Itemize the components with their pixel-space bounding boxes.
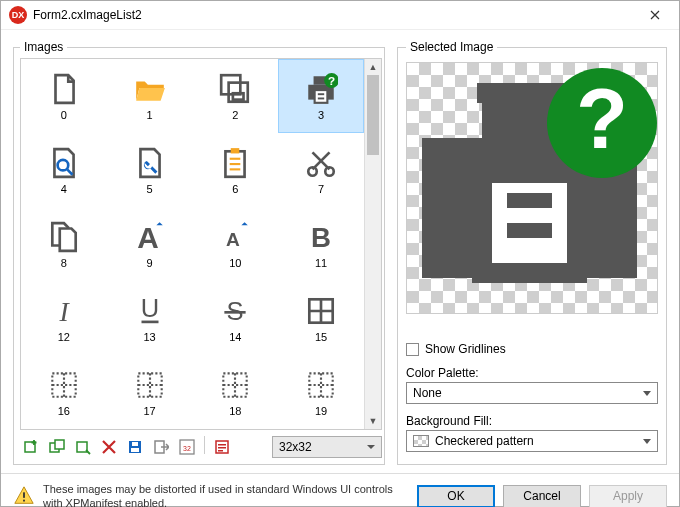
image-index: 15 <box>315 331 327 343</box>
svg-point-16 <box>308 167 317 176</box>
scrollbar-thumb[interactable] <box>367 75 379 155</box>
svg-rect-23 <box>141 321 158 324</box>
svg-rect-55 <box>23 493 25 499</box>
footer: These images may be distorted if used in… <box>1 473 679 507</box>
register-button[interactable] <box>211 436 233 458</box>
show-gridlines-checkbox[interactable] <box>406 343 419 356</box>
svg-text:32: 32 <box>183 445 191 452</box>
images-panel: Images 012?345678A9A10B11I12U13S14151617… <box>13 40 385 465</box>
image-cell[interactable]: B11 <box>278 207 364 281</box>
image-cell[interactable]: A9 <box>107 207 193 281</box>
font-small-icon: A <box>218 219 252 255</box>
toolbar-buttons: 32 <box>20 436 233 458</box>
svg-text:?: ? <box>328 74 335 87</box>
image-cell[interactable]: S14 <box>193 281 279 355</box>
cancel-button[interactable]: Cancel <box>503 485 581 507</box>
bgfill-select[interactable]: Checkered pattern <box>406 430 658 452</box>
svg-rect-43 <box>218 447 226 449</box>
font-big-icon: A <box>133 219 167 255</box>
folder-open-icon <box>133 71 167 107</box>
image-cell[interactable]: 17 <box>107 355 193 429</box>
gridlines-row: Show Gridlines <box>406 342 658 356</box>
scroll-up-arrow-icon[interactable]: ▲ <box>365 59 381 75</box>
selected-panel: Selected Image <box>397 40 667 465</box>
image-cell[interactable]: 8 <box>21 207 107 281</box>
image-cell[interactable]: 18 <box>193 355 279 429</box>
ok-button[interactable]: OK <box>417 485 495 507</box>
image-cell[interactable]: 19 <box>278 355 364 429</box>
images-fieldset: Images 012?345678A9A10B11I12U13S14151617… <box>13 40 385 465</box>
palette-value: None <box>413 386 442 400</box>
italic-icon: I <box>47 293 81 329</box>
scrollbar[interactable]: ▲ ▼ <box>364 59 381 429</box>
pick-image-button[interactable] <box>72 436 94 458</box>
border-dash-icon <box>47 367 81 403</box>
svg-text:S: S <box>227 297 244 325</box>
palette-label: Color Palette: <box>406 366 658 380</box>
svg-rect-37 <box>132 442 138 446</box>
save-image-button[interactable] <box>124 436 146 458</box>
image-cell[interactable]: 16 <box>21 355 107 429</box>
image-index: 7 <box>318 183 324 195</box>
image-cell[interactable]: 5 <box>107 133 193 207</box>
apply-button: Apply <box>589 485 667 507</box>
image-index: 18 <box>229 405 241 417</box>
palette-select[interactable]: None <box>406 382 658 404</box>
svg-rect-52 <box>507 223 552 238</box>
svg-rect-28 <box>138 373 161 396</box>
show-gridlines-label: Show Gridlines <box>425 342 506 356</box>
svg-rect-30 <box>309 373 332 396</box>
scissors-icon <box>304 145 338 181</box>
svg-text:B: B <box>311 222 331 253</box>
titlebar: DX Form2.cxImageList2 <box>1 1 679 30</box>
image-index: 8 <box>61 257 67 269</box>
clipboard-paste-icon <box>218 145 252 181</box>
images-toolbar: 32 32x32 <box>20 430 382 458</box>
export-image-button[interactable] <box>150 436 172 458</box>
border-dash-icon <box>218 367 252 403</box>
image-cell[interactable]: 15 <box>278 281 364 355</box>
image-cell[interactable]: A10 <box>193 207 279 281</box>
svg-rect-29 <box>224 373 247 396</box>
border-all-icon <box>304 293 338 329</box>
image-cell[interactable]: U13 <box>107 281 193 355</box>
image-cell[interactable]: 0 <box>21 59 107 133</box>
selected-legend: Selected Image <box>406 40 497 54</box>
bgfill-value: Checkered pattern <box>435 434 534 448</box>
image-cell[interactable]: 6 <box>193 133 279 207</box>
add-image-button[interactable] <box>20 436 42 458</box>
svg-text:?: ? <box>576 71 628 166</box>
image-index: 0 <box>61 109 67 121</box>
size-select[interactable]: 32x32 <box>272 436 382 458</box>
delete-image-button[interactable] <box>98 436 120 458</box>
image-preview: ? <box>406 62 658 314</box>
bgfill-swatch-icon <box>413 435 429 447</box>
svg-rect-13 <box>230 158 241 160</box>
svg-text:A: A <box>226 229 240 250</box>
dialog-window: DX Form2.cxImageList2 Images 012?345678A… <box>0 0 680 507</box>
image-cell[interactable]: 1 <box>107 59 193 133</box>
toolbar-separator <box>204 436 205 454</box>
image-index: 12 <box>58 331 70 343</box>
image-index: 1 <box>147 109 153 121</box>
resize-image-button[interactable]: 32 <box>176 436 198 458</box>
image-index: 5 <box>147 183 153 195</box>
bold-icon: B <box>304 219 338 255</box>
image-cell[interactable]: 7 <box>278 133 364 207</box>
images-legend: Images <box>20 40 67 54</box>
svg-rect-25 <box>225 311 246 314</box>
image-grid[interactable]: 012?345678A9A10B11I12U13S141516171819 <box>21 59 364 429</box>
image-cell[interactable]: 2 <box>193 59 279 133</box>
close-button[interactable] <box>632 1 677 29</box>
warning-text: These images may be distorted if used in… <box>43 482 409 507</box>
scroll-down-arrow-icon[interactable]: ▼ <box>365 413 381 429</box>
border-dash-icon <box>304 367 338 403</box>
replace-image-button[interactable] <box>46 436 68 458</box>
image-cell[interactable]: ?3 <box>278 59 364 133</box>
strike-icon: S <box>218 293 252 329</box>
underline-icon: U <box>133 293 167 329</box>
image-cell[interactable]: 4 <box>21 133 107 207</box>
image-cell[interactable]: I12 <box>21 281 107 355</box>
image-grid-container: 012?345678A9A10B11I12U13S141516171819 ▲ … <box>20 58 382 430</box>
image-index: 14 <box>229 331 241 343</box>
